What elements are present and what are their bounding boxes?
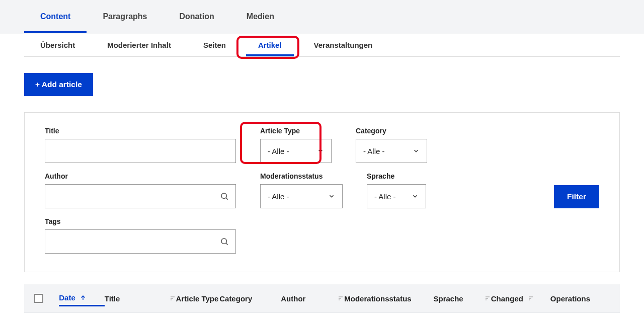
col-sprache-label: Sprache bbox=[434, 294, 463, 303]
select-moderationsstatus-value: - Alle - bbox=[268, 192, 289, 201]
col-moderationsstatus[interactable]: Moderationsstatus bbox=[344, 294, 433, 303]
input-tags[interactable] bbox=[45, 229, 236, 254]
tab-content[interactable]: Content bbox=[24, 10, 87, 33]
select-article-type-value: - Alle - bbox=[268, 147, 289, 155]
subtab-moderierter-inhalt[interactable]: Moderierter Inhalt bbox=[91, 34, 187, 56]
sort-icon bbox=[337, 295, 344, 301]
col-sprache[interactable]: Sprache bbox=[434, 294, 491, 303]
select-all-checkbox[interactable] bbox=[34, 294, 43, 303]
chevron-down-icon bbox=[317, 147, 324, 154]
col-changed[interactable]: Changed bbox=[491, 294, 550, 303]
col-title-label: Title bbox=[105, 294, 120, 303]
subtab-veranstaltungen[interactable]: Veranstaltungen bbox=[298, 34, 389, 56]
label-tags: Tags bbox=[45, 217, 236, 225]
select-moderationsstatus[interactable]: - Alle - bbox=[260, 184, 343, 208]
tab-paragraphs[interactable]: Paragraphs bbox=[87, 10, 163, 33]
col-article-type-label: Article Type bbox=[176, 294, 219, 303]
filter-button[interactable]: Filter bbox=[554, 185, 599, 208]
results-table: Date Title Article Type Category Author bbox=[24, 284, 620, 318]
sort-asc-icon bbox=[79, 294, 87, 301]
col-moderationsstatus-label: Moderationsstatus bbox=[344, 294, 411, 303]
label-moderationsstatus: Moderationsstatus bbox=[260, 172, 343, 180]
col-title[interactable]: Title bbox=[105, 294, 176, 303]
col-date[interactable]: Date bbox=[59, 293, 105, 306]
input-title[interactable] bbox=[45, 139, 236, 163]
select-category-value: - Alle - bbox=[363, 147, 385, 155]
col-author-label: Author bbox=[281, 294, 305, 303]
input-author[interactable] bbox=[45, 184, 236, 208]
col-operations-label: Operations bbox=[550, 294, 590, 303]
chevron-down-icon bbox=[413, 147, 420, 154]
add-article-button[interactable]: + Add article bbox=[24, 73, 93, 96]
sort-icon bbox=[484, 295, 491, 301]
select-sprache-value: - Alle - bbox=[374, 192, 396, 201]
select-sprache[interactable]: - Alle - bbox=[367, 184, 426, 208]
col-category[interactable]: Category bbox=[219, 294, 281, 303]
chevron-down-icon bbox=[412, 193, 419, 200]
subtab-artikel[interactable]: Artikel bbox=[242, 34, 298, 56]
col-category-label: Category bbox=[219, 294, 252, 303]
label-category: Category bbox=[356, 127, 427, 135]
sort-icon bbox=[527, 295, 534, 301]
col-article-type[interactable]: Article Type bbox=[176, 294, 220, 303]
chevron-down-icon bbox=[328, 193, 335, 200]
filter-panel: Title Article Type - Alle - Catego bbox=[24, 112, 620, 272]
subtab-uebersicht[interactable]: Übersicht bbox=[24, 34, 91, 56]
col-operations: Operations bbox=[550, 294, 610, 303]
label-author: Author bbox=[45, 172, 236, 180]
select-article-type[interactable]: - Alle - bbox=[260, 139, 332, 163]
label-sprache: Sprache bbox=[367, 172, 426, 180]
label-title: Title bbox=[45, 127, 236, 135]
col-author[interactable]: Author bbox=[281, 294, 344, 303]
primary-tabs: Content Paragraphs Donation Medien bbox=[24, 0, 620, 33]
sort-icon bbox=[169, 295, 176, 301]
secondary-tabs: Übersicht Moderierter Inhalt Seiten Arti… bbox=[24, 34, 620, 57]
label-article-type: Article Type bbox=[260, 127, 332, 135]
tab-medien[interactable]: Medien bbox=[230, 10, 290, 33]
table-header: Date Title Article Type Category Author bbox=[24, 284, 620, 313]
col-changed-label: Changed bbox=[491, 294, 523, 303]
select-category[interactable]: - Alle - bbox=[356, 139, 427, 163]
subtab-seiten[interactable]: Seiten bbox=[187, 34, 242, 56]
tab-donation[interactable]: Donation bbox=[163, 10, 230, 33]
table-row: TicketCity bbox=[24, 313, 620, 318]
col-date-label: Date bbox=[59, 293, 75, 302]
